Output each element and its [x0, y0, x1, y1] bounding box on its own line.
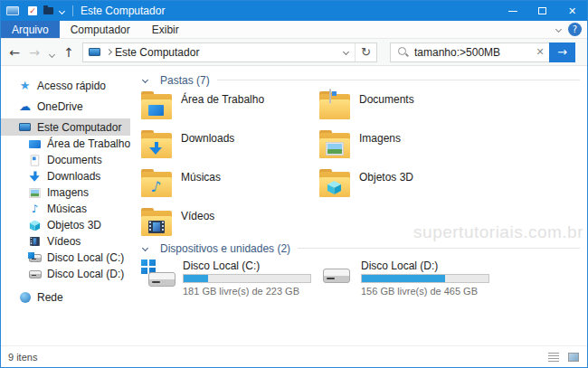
onedrive-cloud-icon: ☁: [18, 99, 32, 113]
sidebar-item-rede[interactable]: Rede: [1, 288, 130, 306]
address-bar[interactable]: Este Computador ↻: [82, 42, 377, 62]
watermark: supertutoriais.com.br: [413, 222, 583, 242]
search-go-button[interactable]: →: [549, 42, 575, 62]
tab-exibir[interactable]: Exibir: [141, 21, 190, 38]
search-input[interactable]: [414, 46, 531, 59]
thumbnails-view-button[interactable]: [565, 350, 582, 364]
videos-folder-icon: [141, 208, 172, 236]
sidebar-item-label: Vídeos: [47, 235, 81, 248]
sidebar-item-disco-local-d[interactable]: Disco Local (D:): [1, 266, 130, 282]
sidebar-item-videos[interactable]: Vídeos: [1, 233, 130, 250]
sidebar-item-label: Área de Trabalho: [47, 137, 130, 150]
navigation-toolbar: ← → ↑ Este Computador ↻ ✕ →: [1, 39, 587, 66]
maximize-icon: [538, 7, 546, 14]
folder-name: Downloads: [181, 132, 234, 145]
items-count: 9 itens: [8, 352, 37, 363]
sidebar-item-area-de-trabalho[interactable]: Área de Trabalho: [1, 136, 130, 152]
window-system-menu[interactable]: [6, 6, 19, 15]
details-view-button[interactable]: [545, 350, 562, 364]
view-toggles: [545, 350, 582, 364]
chevron-down-icon: [342, 49, 348, 55]
documents-folder-icon: [319, 91, 350, 119]
sidebar-item-imagens[interactable]: Imagens: [1, 184, 130, 201]
ribbon-tab-bar: Arquivo Computador Exibir ?: [1, 21, 587, 39]
sidebar-item-este-computador[interactable]: Este Computador: [1, 118, 130, 136]
drive-icon: [28, 268, 42, 281]
sidebar-item-musicas[interactable]: ♪ Músicas: [1, 201, 130, 217]
maximize-button[interactable]: [527, 1, 557, 21]
drive-tile-d[interactable]: Disco Local (D:) 156 GB livre(s) de 465 …: [319, 259, 498, 293]
drive-tile-c[interactable]: Disco Local (C:) 181 GB livre(s) de 223 …: [141, 259, 319, 293]
3d-objects-folder-icon: [319, 169, 350, 197]
group-header-rule: [298, 248, 580, 249]
tab-computador[interactable]: Computador: [60, 21, 141, 38]
document-icon: [28, 154, 42, 167]
breadcrumb-this-pc[interactable]: Este Computador: [115, 46, 337, 59]
minimize-button[interactable]: [498, 1, 527, 21]
titlebar: ✓ Este Computador ✕: [1, 1, 587, 21]
3d-cube-icon: [28, 219, 42, 232]
forward-button[interactable]: →: [24, 45, 44, 60]
this-pc-icon: [18, 120, 32, 134]
file-explorer-window: ✓ Este Computador ✕ Arquivo Computador E…: [0, 0, 588, 368]
search-icon: [397, 46, 409, 58]
sidebar-item-label: Imagens: [47, 186, 89, 199]
folder-tile-objetos-3d[interactable]: Objetos 3D: [319, 169, 498, 200]
folder-tile-musicas[interactable]: ♪ Músicas: [141, 169, 319, 200]
folder-tile-imagens[interactable]: Imagens: [319, 130, 498, 161]
address-dropdown-button[interactable]: [337, 43, 355, 61]
sidebar-item-label: Objetos 3D: [47, 219, 101, 231]
sidebar-item-acesso-rapido[interactable]: ★ Acesso rápido: [1, 77, 130, 94]
sidebar-item-label: Músicas: [47, 203, 87, 215]
music-folder-icon: ♪: [141, 169, 172, 197]
properties-button[interactable]: ✓: [28, 6, 37, 15]
new-folder-icon: [43, 7, 53, 14]
folder-tile-documents[interactable]: Documents: [319, 91, 498, 122]
sidebar-item-label: Este Computador: [37, 121, 121, 134]
music-note-icon: ♪: [28, 203, 42, 216]
drive-usage-fill: [362, 275, 445, 282]
sidebar-item-downloads[interactable]: Downloads: [1, 168, 130, 184]
collapse-folders-group[interactable]: Pastas (7): [141, 74, 210, 87]
help-button[interactable]: ?: [568, 23, 582, 36]
folder-name: Músicas: [181, 171, 221, 184]
close-button[interactable]: ✕: [557, 1, 587, 21]
window-body: ★ Acesso rápido ☁ OneDrive Este Computad…: [1, 66, 587, 345]
content-pane: supertutoriais.com.br Pastas (7) Área de…: [130, 66, 587, 345]
customize-qat-button[interactable]: [60, 9, 64, 14]
quick-access-star-icon: ★: [18, 79, 32, 92]
pictures-folder-icon: [319, 130, 350, 158]
minimize-icon: [508, 11, 517, 12]
expand-ribbon-button[interactable]: [549, 21, 568, 38]
recent-locations-button[interactable]: [44, 45, 59, 60]
drive-name: Disco Local (C:): [183, 259, 260, 272]
drives-grid: Disco Local (C:) 181 GB livre(s) de 223 …: [141, 259, 580, 293]
group-header-rule: [217, 80, 580, 80]
folder-name: Imagens: [359, 132, 401, 145]
sidebar-item-onedrive[interactable]: ☁ OneDrive: [1, 98, 130, 115]
refresh-button[interactable]: ↻: [355, 43, 376, 61]
sidebar-item-documents[interactable]: Documents: [1, 152, 130, 168]
folder-tile-area-de-trabalho[interactable]: Área de Trabalho: [141, 91, 319, 122]
tab-arquivo[interactable]: Arquivo: [1, 21, 60, 38]
folder-name: Vídeos: [181, 210, 214, 222]
collapse-drives-group[interactable]: Dispositivos e unidades (2): [141, 242, 290, 255]
new-folder-button[interactable]: [43, 7, 53, 14]
sidebar-item-label: Documents: [47, 154, 102, 166]
clear-search-button[interactable]: ✕: [531, 46, 549, 58]
network-icon: [18, 290, 32, 304]
folder-tile-videos[interactable]: Vídeos: [141, 208, 319, 239]
sidebar-item-label: Acesso rápido: [37, 80, 106, 92]
sidebar-item-objetos-3d[interactable]: Objetos 3D: [1, 217, 130, 233]
up-button[interactable]: ↑: [59, 45, 79, 60]
chevron-down-icon: [48, 51, 54, 57]
search-box: ✕ →: [390, 42, 575, 62]
sidebar-item-disco-local-c[interactable]: Disco Local (C:): [1, 250, 130, 266]
this-pc-icon: [89, 48, 100, 56]
downloads-folder-icon: [141, 130, 172, 158]
desktop-folder-icon: [141, 91, 172, 119]
thumbnails-view-icon: [568, 353, 579, 362]
folder-tile-downloads[interactable]: Downloads: [141, 130, 319, 161]
window-title: Este Computador: [81, 5, 498, 17]
back-button[interactable]: ←: [5, 45, 24, 60]
